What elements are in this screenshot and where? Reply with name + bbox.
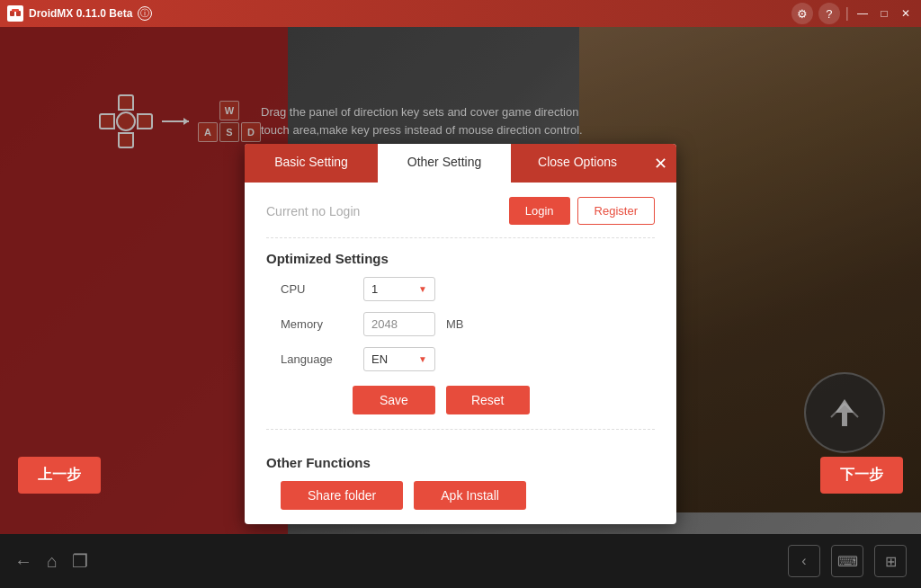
- language-label: Language: [281, 352, 353, 366]
- dialog-overlay: Basic Setting Other Setting Close Option…: [0, 27, 921, 561]
- app-title: DroidMX 0.11.0 Beta: [29, 7, 132, 20]
- settings-icon[interactable]: ⚙: [791, 3, 813, 24]
- layers-icon[interactable]: ❐: [72, 550, 88, 572]
- home-icon[interactable]: ⌂: [47, 551, 58, 572]
- memory-input[interactable]: [363, 312, 435, 336]
- cpu-select[interactable]: 1 ▼: [363, 277, 435, 301]
- divider: |: [845, 5, 849, 22]
- dialog-tabs: Basic Setting Other Setting Close Option…: [245, 144, 676, 183]
- help-icon[interactable]: ?: [818, 3, 840, 24]
- login-button[interactable]: Login: [509, 197, 570, 225]
- action-buttons: Save Reset: [353, 386, 655, 414]
- next-step-button[interactable]: 下一步: [820, 457, 903, 494]
- reset-button[interactable]: Reset: [446, 386, 530, 414]
- tab-other-setting[interactable]: Other Setting: [378, 144, 511, 183]
- info-icon[interactable]: ⓘ: [138, 6, 152, 21]
- settings-grid: CPU 1 ▼ Memory MB Language: [281, 277, 655, 371]
- bottom-nav: ← ⌂ ❐ ‹ ⌨ ⊞: [0, 534, 921, 588]
- main-area: W A S D Drag the panel of direction key …: [0, 27, 921, 561]
- other-function-buttons: Share folder Apk Install: [281, 481, 655, 510]
- bottom-nav-left: ← ⌂ ❐: [14, 550, 88, 572]
- dialog-content: Current no Login Login Register Optimize…: [245, 183, 676, 524]
- cpu-value: 1: [371, 282, 378, 296]
- other-functions-section: Other Functions Share folder Apk Install: [266, 429, 655, 510]
- memory-unit: MB: [446, 317, 464, 331]
- arrow-left-button[interactable]: ‹: [788, 545, 820, 577]
- apk-install-button[interactable]: Apk Install: [414, 481, 526, 510]
- back-icon[interactable]: ←: [14, 551, 32, 572]
- language-chevron-icon: ▼: [418, 354, 427, 364]
- app-logo: [7, 5, 23, 22]
- memory-row: Memory MB: [281, 312, 655, 336]
- login-status: Current no Login: [266, 204, 360, 218]
- login-section: Current no Login Login Register: [266, 197, 655, 238]
- dialog: Basic Setting Other Setting Close Option…: [245, 144, 676, 524]
- language-row: Language EN ▼: [281, 347, 655, 371]
- share-folder-button[interactable]: Share folder: [281, 481, 403, 510]
- tab-basic-setting[interactable]: Basic Setting: [245, 144, 378, 183]
- cpu-chevron-icon: ▼: [418, 284, 427, 294]
- minimize-button[interactable]: —: [854, 5, 871, 22]
- optimized-settings-title: Optimized Settings: [266, 251, 655, 266]
- login-buttons: Login Register: [509, 197, 655, 225]
- dialog-close-button[interactable]: ✕: [644, 147, 676, 180]
- language-select[interactable]: EN ▼: [363, 347, 435, 371]
- title-bar-left: DroidMX 0.11.0 Beta ⓘ: [7, 5, 152, 22]
- title-bar-controls: ⚙ ? | — □ ✕: [791, 3, 914, 24]
- svg-rect-2: [12, 9, 19, 12]
- prev-step-button[interactable]: 上一步: [18, 457, 101, 494]
- bottom-nav-right: ‹ ⌨ ⊞: [788, 545, 907, 577]
- cpu-row: CPU 1 ▼: [281, 277, 655, 301]
- save-button[interactable]: Save: [353, 386, 435, 414]
- other-functions-title: Other Functions: [266, 455, 655, 470]
- maximize-button[interactable]: □: [876, 5, 892, 22]
- memory-label: Memory: [281, 317, 353, 331]
- grid-button[interactable]: ⊞: [874, 545, 907, 577]
- title-bar: DroidMX 0.11.0 Beta ⓘ ⚙ ? | — □ ✕: [0, 0, 921, 27]
- keyboard-button[interactable]: ⌨: [831, 545, 863, 577]
- tab-close-options[interactable]: Close Options: [511, 144, 644, 183]
- register-button[interactable]: Register: [577, 197, 655, 225]
- language-value: EN: [371, 352, 388, 366]
- cpu-label: CPU: [281, 282, 353, 296]
- close-button[interactable]: ✕: [898, 5, 914, 22]
